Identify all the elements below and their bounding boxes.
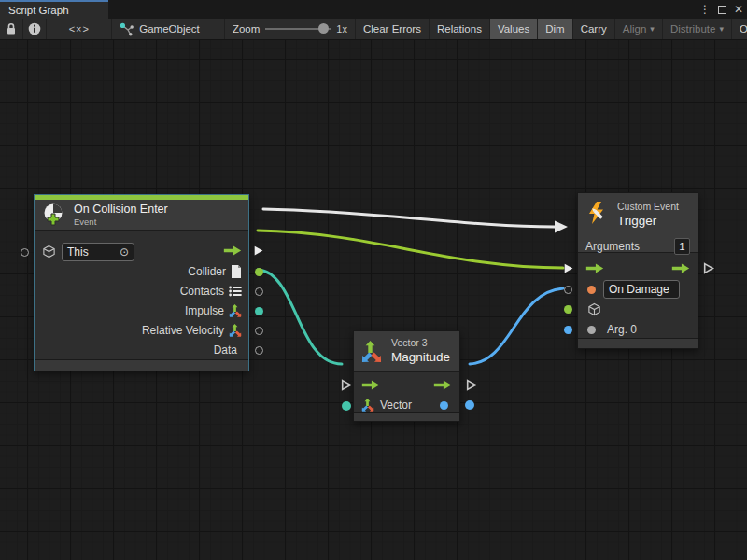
port-flow-out[interactable]	[465, 379, 477, 391]
impulse-row: Impulse	[35, 301, 248, 321]
wire-impulse[interactable]	[258, 270, 342, 364]
menu-icon[interactable]: ⋮	[699, 4, 711, 15]
list-icon	[229, 286, 242, 297]
tab-title: Script Graph	[8, 5, 69, 16]
node-title: Magnitude	[391, 350, 450, 366]
flow-out-row	[35, 241, 248, 260]
info-icon	[28, 22, 41, 35]
script-graph-window: Script Graph ⋮ ✕ <×> GameObject	[0, 0, 747, 560]
vector3-icon	[229, 324, 242, 337]
flow-arrow-icon	[223, 245, 242, 256]
node-footer	[578, 338, 698, 348]
flow-in-arrow-icon	[585, 263, 604, 273]
node-title: Trigger	[617, 214, 690, 230]
graph-icon	[120, 22, 134, 36]
node-header: On Collision Enter Event	[35, 200, 248, 231]
graph-owner[interactable]: GameObject	[112, 19, 225, 39]
graph-toolbar: <×> GameObject Zoom 1x Clear Errors Rela…	[0, 19, 747, 40]
flow-out-arrow-icon	[671, 263, 690, 273]
wire-magnitude[interactable]	[470, 288, 563, 364]
flow-out-arrow-icon	[433, 380, 452, 390]
align-dropdown[interactable]: Align▾	[615, 19, 663, 39]
string-value-dot	[587, 286, 596, 294]
zoom-value: 1x	[336, 23, 347, 35]
lock-button[interactable]	[0, 19, 23, 39]
node-on-collision-enter[interactable]: On Collision Enter Event This ⊙ Collider	[34, 194, 249, 371]
event-name-field[interactable]: On Damage	[603, 280, 680, 299]
wire-flow-arrowhead	[555, 221, 568, 233]
port-event-name-in[interactable]	[564, 286, 572, 294]
arguments-field[interactable]: 1	[674, 238, 690, 255]
arguments-label: Arguments	[585, 240, 640, 253]
port-flow-out[interactable]	[252, 245, 264, 257]
node-title: On Collision Enter	[74, 203, 168, 217]
distribute-dropdown[interactable]: Distribute▾	[663, 19, 732, 39]
result-value-dot	[440, 401, 448, 410]
node-trigger-custom-event[interactable]: Custom Event Trigger Arguments 1 On Dama…	[577, 192, 698, 349]
zoom-label: Zoom	[233, 23, 260, 35]
port-data-out[interactable]	[255, 346, 263, 355]
flow-in-arrow-icon	[361, 380, 380, 390]
code-icon: <×>	[69, 23, 90, 35]
custom-event-icon	[585, 201, 610, 226]
carry-toggle[interactable]: Carry	[573, 19, 615, 39]
generic-value-dot	[587, 326, 596, 334]
port-flow-out[interactable]	[702, 262, 714, 274]
chevron-down-icon: ▾	[719, 24, 724, 34]
node-footer	[35, 359, 248, 371]
port-this-input[interactable]	[21, 248, 29, 257]
code-preview-button[interactable]: <×>	[47, 19, 112, 39]
relative-velocity-row: Relative Velocity	[35, 321, 248, 341]
event-name-row: On Damage	[587, 280, 692, 300]
clear-errors-button[interactable]: Clear Errors	[356, 19, 430, 39]
node-header: Vector 3 Magnitude	[354, 331, 459, 372]
wire-flow[interactable]	[263, 209, 555, 227]
zoom-control: Zoom 1x	[225, 19, 356, 39]
port-collider-out[interactable]	[255, 268, 263, 276]
lock-icon	[6, 22, 17, 35]
collider-icon	[231, 265, 242, 278]
zoom-slider[interactable]	[265, 28, 331, 30]
flow-row	[585, 259, 690, 278]
zoom-slider-handle[interactable]	[318, 23, 329, 34]
collider-row: Collider	[35, 262, 248, 282]
port-flow-in[interactable]	[340, 379, 352, 391]
node-header: Custom Event Trigger Arguments 1	[578, 193, 698, 253]
node-footer	[354, 412, 459, 421]
port-vector-in[interactable]	[342, 401, 351, 411]
tab-script-graph[interactable]: Script Graph	[0, 0, 108, 19]
node-vector3-magnitude[interactable]: Vector 3 Magnitude Vector	[353, 330, 460, 422]
port-result-out[interactable]	[465, 400, 474, 410]
port-contacts-out[interactable]	[255, 287, 263, 296]
graph-canvas[interactable]: On Collision Enter Event This ⊙ Collider	[0, 40, 747, 560]
port-target-in[interactable]	[564, 305, 572, 314]
chevron-down-icon: ▾	[650, 24, 655, 34]
gameobject-label: GameObject	[139, 23, 200, 35]
flow-row	[361, 375, 452, 395]
port-impulse-out[interactable]	[255, 307, 263, 315]
gameobject-cube-icon	[587, 302, 601, 316]
vector3-icon	[361, 341, 384, 363]
dim-toggle[interactable]: Dim	[538, 19, 572, 39]
relations-button[interactable]: Relations	[430, 19, 490, 39]
values-toggle[interactable]: Values	[490, 19, 538, 39]
close-icon[interactable]: ✕	[734, 4, 743, 15]
target-row	[587, 300, 601, 319]
port-arg0-in[interactable]	[564, 326, 572, 334]
node-subtitle: Event	[74, 217, 168, 227]
maximize-icon[interactable]	[718, 6, 726, 14]
overview-button[interactable]: Overv	[732, 19, 747, 39]
arg0-row: Arg. 0	[587, 320, 637, 340]
tab-bar: Script Graph ⋮ ✕	[0, 0, 747, 19]
collision-event-icon	[42, 203, 66, 227]
wire-collider[interactable]	[258, 231, 563, 268]
vector3-icon	[229, 304, 242, 317]
port-relative-velocity-out[interactable]	[255, 327, 263, 335]
info-button[interactable]	[23, 19, 47, 39]
port-flow-in[interactable]	[562, 262, 574, 274]
node-type-label: Vector 3	[391, 337, 450, 350]
window-controls: ⋮ ✕	[699, 0, 743, 19]
vector3-icon	[361, 399, 374, 412]
contacts-row: Contacts	[35, 282, 248, 301]
node-type-label: Custom Event	[617, 201, 690, 214]
